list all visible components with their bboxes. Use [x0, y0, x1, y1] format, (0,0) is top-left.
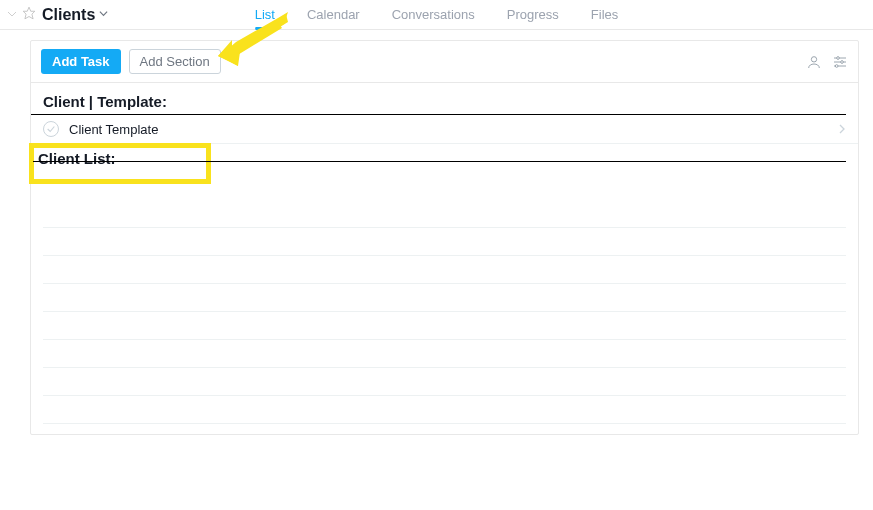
- empty-task-row[interactable]: [43, 284, 846, 312]
- add-task-button[interactable]: Add Task: [41, 49, 121, 74]
- view-tabs: List Calendar Conversations Progress Fil…: [253, 0, 621, 30]
- svg-marker-0: [23, 7, 35, 19]
- svg-point-3: [837, 56, 840, 59]
- tab-list[interactable]: List: [253, 0, 277, 30]
- svg-point-7: [835, 64, 838, 67]
- empty-task-row[interactable]: [43, 200, 846, 228]
- svg-point-1: [811, 56, 816, 61]
- tab-conversations[interactable]: Conversations: [390, 0, 477, 30]
- project-title-dropdown[interactable]: Clients: [42, 6, 108, 24]
- empty-task-row[interactable]: [43, 228, 846, 256]
- section-header-client-template[interactable]: Client | Template:: [31, 87, 846, 115]
- empty-task-row[interactable]: [43, 256, 846, 284]
- empty-task-row[interactable]: [43, 368, 846, 396]
- main-card: Add Task Add Section Client | Template: …: [30, 40, 859, 435]
- svg-point-5: [841, 60, 844, 63]
- add-section-button[interactable]: Add Section: [129, 49, 221, 74]
- complete-checkbox[interactable]: [43, 121, 59, 137]
- collapse-icon[interactable]: [8, 9, 16, 20]
- section-header-client-list[interactable]: Client List:: [29, 143, 211, 184]
- toolbar: Add Task Add Section: [31, 41, 858, 83]
- task-list-content: Client | Template: Client Template Clien…: [31, 83, 858, 434]
- tab-progress[interactable]: Progress: [505, 0, 561, 30]
- task-row[interactable]: Client Template: [31, 115, 858, 144]
- empty-task-row[interactable]: [43, 340, 846, 368]
- person-icon[interactable]: [806, 54, 822, 70]
- project-title: Clients: [42, 6, 95, 24]
- chevron-right-icon: [838, 122, 846, 137]
- star-icon[interactable]: [22, 6, 36, 24]
- empty-task-row[interactable]: [43, 312, 846, 340]
- filter-icon[interactable]: [832, 54, 848, 70]
- empty-task-row[interactable]: [43, 396, 846, 424]
- tab-calendar[interactable]: Calendar: [305, 0, 362, 30]
- tab-files[interactable]: Files: [589, 0, 620, 30]
- task-name: Client Template: [69, 122, 158, 137]
- chevron-down-icon: [99, 9, 108, 20]
